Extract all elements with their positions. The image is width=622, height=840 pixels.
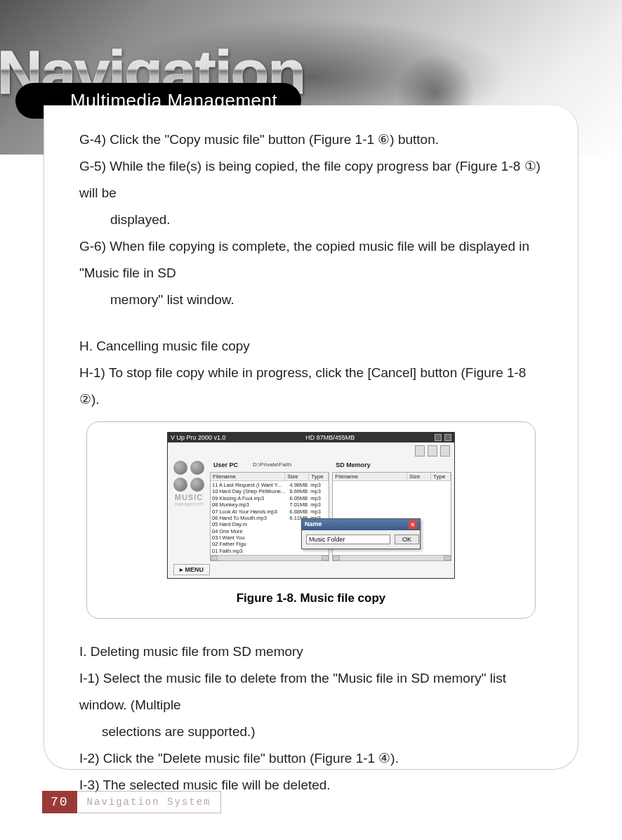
footer-label: Navigation System [77, 791, 222, 813]
left-pane-header: Filename Size Type [211, 473, 329, 481]
col-type: Type [309, 473, 329, 480]
toolbar [168, 442, 454, 457]
minimize-icon[interactable] [435, 434, 442, 441]
ok-button[interactable]: OK [395, 534, 419, 544]
body-text: G-4) Click the "Copy music file" button … [79, 126, 543, 413]
toolbar-icon-2[interactable] [428, 445, 437, 457]
toolbar-icon-3[interactable] [440, 445, 450, 457]
right-scrollbar[interactable] [333, 555, 451, 560]
para-g5b: displayed. [79, 206, 543, 233]
col-filename: Filename [211, 473, 285, 480]
close-icon[interactable] [444, 434, 451, 441]
app-window: V Up Pro 2000 v1.0 HD 87MB/455MB [167, 432, 455, 579]
menu-bar: ▸ MENU [168, 561, 454, 578]
body-text-2: I. Deleting music file from SD memory I-… [79, 638, 543, 799]
dialog-title: Name [305, 520, 322, 529]
left-scrollbar[interactable] [211, 555, 329, 560]
col-size: Size [407, 473, 431, 480]
para-g5a: G-5) While the file(s) is being copied, … [79, 153, 543, 206]
logo-circle [173, 461, 187, 475]
app-title: V Up Pro 2000 v1.0 [171, 434, 226, 441]
right-pane-header: Filename Size Type [333, 473, 451, 481]
para-i1b: selections are supported.) [79, 718, 543, 745]
close-icon[interactable]: × [409, 520, 417, 529]
col-filename: Filename [333, 473, 407, 480]
logo-circle [190, 461, 204, 475]
app-title-center: HD 87MB/455MB [305, 434, 355, 441]
dialog-titlebar: Name × [302, 519, 420, 530]
figure-frame: V Up Pro 2000 v1.0 HD 87MB/455MB [86, 421, 536, 619]
logo-circle [190, 478, 204, 492]
heading-i: I. Deleting music file from SD memory [79, 638, 543, 665]
para-i1a: I-1) Select the music file to delete fro… [79, 665, 543, 718]
right-pane-label: SD Memory [336, 461, 371, 468]
list-item: 10 Hard Day (Shep Pettibone...8.69MBmp3 [211, 488, 329, 494]
logo-text: MUSIC [169, 493, 209, 501]
list-item: 11 A Last Request (I Want Y...4.98MBmp3 [211, 482, 329, 488]
list-item: 08 Monkey.mp37.01MBmp3 [211, 501, 329, 508]
content-panel: G-4) Click the "Copy music file" button … [44, 105, 578, 770]
dialog-name: Name × OK [301, 518, 421, 549]
col-type: Type [431, 473, 451, 480]
dialog-input[interactable] [306, 534, 390, 544]
para-i2: I-2) Click the "Delete music file" butto… [79, 745, 543, 772]
page-footer: 70 Navigation System [42, 791, 221, 813]
app-logo: MUSIC management [168, 457, 210, 561]
col-size: Size [285, 473, 309, 480]
toolbar-icon-1[interactable] [415, 445, 425, 457]
figure-caption: Figure 1-8. Music file copy [97, 591, 525, 605]
heading-h: H. Cancelling music file copy [79, 333, 543, 360]
logo-circle [173, 478, 187, 492]
left-pane-label: User PC [213, 461, 238, 468]
menu-button[interactable]: ▸ MENU [173, 564, 210, 575]
logo-subtext: management [169, 501, 209, 506]
para-h1: H-1) To stop file copy while in progress… [79, 360, 543, 413]
list-item: 09 Kissing A Fool.mp36.05MBmp3 [211, 495, 329, 501]
list-item: 07 Look At Your Hands.mp36.88MBmp3 [211, 508, 329, 515]
left-pane-path: D:\Private\Faith [253, 461, 291, 468]
para-g6b: memory" list window. [79, 287, 543, 313]
page-number: 70 [42, 791, 77, 813]
para-g4: G-4) Click the "Copy music file" button … [79, 126, 543, 153]
para-g6a: G-6) When file copying is complete, the … [79, 233, 543, 287]
app-titlebar: V Up Pro 2000 v1.0 HD 87MB/455MB [168, 433, 454, 442]
